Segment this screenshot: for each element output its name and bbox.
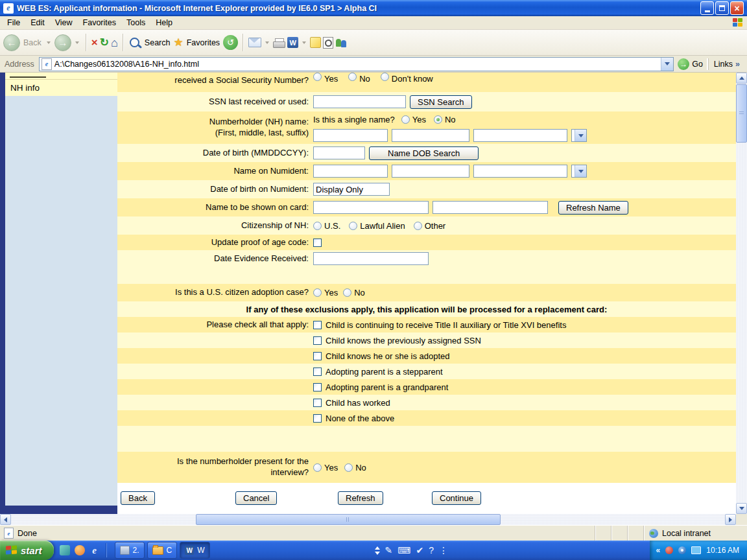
horizontal-scroll-track[interactable] — [11, 514, 725, 525]
menu-file[interactable]: File — [2, 17, 25, 29]
numident-dob-input[interactable] — [313, 183, 390, 196]
links-button[interactable]: Links » — [708, 58, 745, 70]
print-icon[interactable] — [273, 38, 285, 47]
nh-suffix-select[interactable] — [571, 129, 587, 142]
vertical-scroll-thumb[interactable] — [736, 84, 747, 143]
keyboard-icon[interactable]: ⌨ — [397, 545, 410, 555]
ssn-last-input[interactable] — [313, 95, 406, 108]
research-icon[interactable] — [323, 37, 333, 49]
address-field[interactable]: e A:\Changes06132008\A16-NH_info.html — [39, 57, 674, 71]
history-icon[interactable]: ↺ — [223, 35, 238, 50]
forward-dropdown-icon[interactable] — [75, 41, 79, 44]
messenger-icon[interactable] — [335, 38, 347, 48]
tray-blue-status-icon[interactable] — [678, 546, 686, 554]
menu-view[interactable]: View — [50, 17, 78, 29]
ssn-received-no-radio[interactable] — [348, 73, 357, 81]
help-icon[interactable]: ? — [429, 545, 434, 555]
maximize-button[interactable] — [715, 1, 729, 15]
refresh-button[interactable]: Refresh — [338, 491, 383, 505]
mail-dropdown-icon[interactable] — [265, 41, 269, 44]
horizontal-scroll-thumb[interactable] — [196, 514, 501, 525]
toolbar-scroll-buttons[interactable] — [375, 546, 380, 555]
refresh-icon[interactable]: ↻ — [100, 37, 109, 48]
start-button[interactable]: start — [0, 541, 54, 560]
card-first-name-input[interactable] — [313, 201, 429, 214]
internet-explorer-icon[interactable]: e — [89, 545, 100, 555]
edit-with-word-icon[interactable]: W — [287, 37, 298, 48]
nh-first-name-input[interactable] — [313, 129, 388, 142]
task-button-1[interactable]: 2. — [115, 542, 145, 559]
mail-icon[interactable] — [248, 38, 261, 47]
exclusion-5-checkbox[interactable] — [313, 383, 322, 391]
interview-yes-radio[interactable] — [313, 463, 322, 472]
citizenship-us-radio[interactable] — [313, 222, 322, 230]
favorites-star-icon[interactable]: ★ — [173, 37, 183, 48]
numident-first-name-input[interactable] — [313, 165, 388, 178]
ssn-received-yes-radio[interactable] — [313, 73, 322, 81]
scroll-up-button[interactable] — [736, 73, 747, 84]
search-icon[interactable] — [130, 38, 139, 47]
scroll-right-button[interactable] — [725, 514, 736, 525]
cancel-button[interactable]: Cancel — [235, 491, 277, 505]
hide-icons-chevron[interactable]: « — [656, 546, 661, 555]
minimize-button[interactable] — [700, 1, 714, 15]
exclusion-2-checkbox[interactable] — [313, 336, 322, 345]
back-icon[interactable]: ← — [3, 34, 20, 51]
menu-edit[interactable]: Edit — [25, 17, 50, 29]
citizenship-other-radio[interactable] — [414, 222, 422, 230]
exclusion-4-checkbox[interactable] — [313, 368, 322, 376]
menu-help[interactable]: Help — [150, 17, 178, 29]
sidebar-item-nh-info[interactable]: NH info — [5, 79, 117, 96]
favorites-label[interactable]: Favorites — [187, 38, 220, 47]
scroll-down-button[interactable] — [736, 503, 747, 514]
address-url[interactable]: A:\Changes06132008\A16-NH_info.html — [54, 60, 661, 69]
ssn-search-button[interactable]: SSN Search — [410, 95, 472, 109]
name-dob-search-button[interactable]: Name DOB Search — [369, 146, 479, 160]
age-code-checkbox[interactable] — [313, 239, 322, 247]
card-last-name-input[interactable] — [433, 201, 548, 214]
numident-middle-name-input[interactable] — [392, 165, 469, 178]
back-button[interactable]: Back — [121, 491, 155, 505]
exclusion-3-checkbox[interactable] — [313, 352, 322, 360]
menu-favorites[interactable]: Favorites — [78, 17, 121, 29]
pen-icon[interactable]: ✎ — [385, 545, 393, 555]
citizenship-lawful-radio[interactable] — [349, 222, 357, 230]
exclusion-7-checkbox[interactable] — [313, 414, 322, 423]
adoption-no-radio[interactable] — [343, 288, 351, 297]
sidebar-item-partial[interactable] — [5, 73, 117, 79]
vertical-scrollbar[interactable] — [736, 73, 747, 514]
task-button-folder[interactable]: C — [147, 542, 178, 559]
nh-last-name-input[interactable] — [473, 129, 567, 142]
interview-no-radio[interactable] — [344, 463, 353, 472]
show-desktop-icon[interactable] — [60, 545, 70, 555]
menu-tools[interactable]: Tools — [121, 17, 150, 29]
vertical-scroll-track[interactable] — [736, 84, 747, 503]
ssn-received-dontknow-radio[interactable] — [381, 73, 389, 81]
tray-red-status-icon[interactable] — [665, 546, 673, 554]
go-button[interactable]: → Go — [678, 58, 703, 70]
continue-button[interactable]: Continue — [432, 491, 481, 505]
numident-last-name-input[interactable] — [473, 165, 567, 178]
single-name-yes-radio[interactable] — [401, 115, 410, 124]
horizontal-scrollbar[interactable] — [0, 514, 736, 525]
refresh-name-button[interactable]: Refresh Name — [558, 201, 628, 215]
back-label[interactable]: Back — [23, 38, 42, 47]
task-button-word[interactable]: W W — [180, 542, 209, 559]
adoption-yes-radio[interactable] — [313, 288, 322, 297]
close-button[interactable]: × — [730, 1, 744, 15]
numident-suffix-select[interactable] — [571, 165, 587, 178]
forward-icon[interactable]: → — [54, 34, 71, 51]
home-icon[interactable]: ⌂ — [111, 37, 118, 49]
single-name-no-radio[interactable] — [434, 115, 442, 124]
dob-input[interactable] — [313, 146, 365, 159]
stop-icon[interactable]: × — [91, 37, 98, 48]
back-dropdown-icon[interactable] — [47, 41, 51, 44]
check-icon[interactable]: ✔ — [416, 545, 423, 555]
nh-middle-name-input[interactable] — [392, 129, 469, 142]
exclusion-1-checkbox[interactable] — [313, 321, 322, 329]
scroll-left-button[interactable] — [0, 514, 11, 525]
quick-launch-mail-icon[interactable] — [75, 545, 85, 555]
exclusion-6-checkbox[interactable] — [313, 399, 322, 407]
search-label[interactable]: Search — [145, 38, 171, 47]
discuss-icon[interactable] — [310, 37, 321, 48]
